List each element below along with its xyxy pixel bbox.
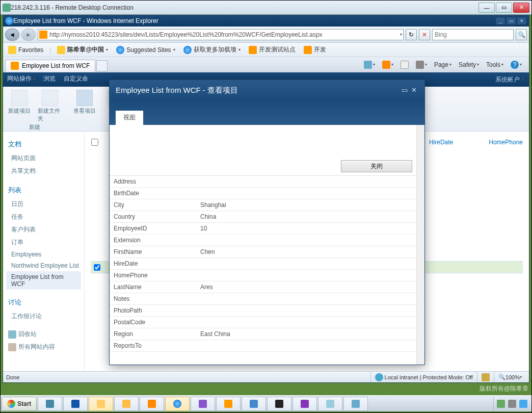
nav-disc-head[interactable]: 讨论: [8, 298, 79, 307]
taskbar-cmd[interactable]: [267, 397, 291, 411]
taskbar-vs[interactable]: [191, 397, 215, 411]
app-icon: [224, 400, 232, 408]
status-protected[interactable]: [477, 372, 494, 382]
form-field-row: ReportsTo: [110, 340, 416, 352]
zoom-control[interactable]: 🔍 100% ▾: [494, 372, 526, 382]
ie-close-button[interactable]: ✕: [517, 17, 527, 25]
tray-icon[interactable]: [508, 400, 516, 408]
nav-item[interactable]: 任务: [6, 211, 81, 223]
search-input[interactable]: [435, 31, 511, 38]
page-menu[interactable]: Page▾: [432, 60, 454, 69]
close-button[interactable]: ✕: [513, 3, 529, 13]
taskbar-item[interactable]: [63, 397, 88, 411]
forward-button[interactable]: ►: [21, 29, 36, 41]
field-label: HireDate: [114, 260, 200, 267]
nav-item[interactable]: Employees: [6, 249, 81, 260]
address-dropdown[interactable]: ▾: [400, 32, 402, 37]
fav-link-1[interactable]: Suggested Sites▾: [114, 45, 177, 55]
site-actions[interactable]: 网站操作 ▾: [7, 74, 35, 83]
rdp-titlebar[interactable]: 218.242.3.116 - Remote Desktop Connectio…: [1, 1, 531, 15]
search-box[interactable]: [432, 29, 514, 40]
ribbon-custom[interactable]: 自定义命: [64, 74, 88, 83]
taskbar-item[interactable]: [242, 397, 266, 411]
new-tab-button[interactable]: [96, 60, 108, 71]
row-checkbox[interactable]: [94, 264, 100, 271]
print-button[interactable]: ▾: [414, 60, 429, 70]
new-folder-button[interactable]: 新建文件夹: [38, 90, 62, 122]
taskbar-ie[interactable]: [165, 397, 190, 411]
taskbar-item[interactable]: [89, 397, 113, 411]
col-hiredate[interactable]: HireDate: [429, 139, 453, 146]
nav-item[interactable]: 客户列表: [6, 223, 81, 236]
nav-item[interactable]: Northwind Employee List: [6, 260, 81, 271]
all-site-content[interactable]: 所有网站内容: [6, 341, 81, 353]
maximize-button[interactable]: ▭: [496, 3, 512, 13]
taskbar-item[interactable]: [292, 397, 317, 411]
tab-label: Employee List from WCF: [22, 62, 90, 69]
browser-tab[interactable]: Employee List from WCF: [5, 60, 95, 72]
dialog-close-form-button[interactable]: 关闭: [341, 160, 412, 172]
new-item-button[interactable]: 新建项目: [7, 90, 32, 122]
address-input[interactable]: [49, 31, 400, 38]
ie-minimize-button[interactable]: _: [495, 17, 506, 25]
dialog-maximize-button[interactable]: ▭: [400, 86, 409, 94]
fav-link-3[interactable]: 开发测试站点: [247, 44, 298, 55]
safety-menu[interactable]: Safety▾: [457, 60, 481, 69]
nav-item[interactable]: 网站页面: [6, 152, 81, 165]
select-all-checkbox[interactable]: [91, 139, 99, 146]
stop-button[interactable]: ✕: [419, 29, 430, 40]
ie-icon: [173, 400, 181, 408]
field-value: Chen: [200, 248, 412, 255]
dialog-tab-view[interactable]: 视图: [116, 111, 143, 125]
nav-item-current[interactable]: Employee List from WCF: [6, 271, 81, 290]
onenote-icon: [301, 400, 309, 408]
field-label: Country: [114, 213, 200, 220]
taskbar-item[interactable]: [114, 397, 139, 411]
back-button[interactable]: ◄: [5, 29, 19, 41]
dialog-scrollbar[interactable]: [416, 125, 424, 365]
col-homephone[interactable]: HomePhone: [489, 139, 523, 146]
taskbar-item[interactable]: [38, 397, 62, 411]
ie-restore-button[interactable]: ▭: [506, 17, 516, 25]
tools-menu[interactable]: Tools▾: [484, 60, 506, 69]
minimize-button[interactable]: —: [478, 3, 495, 13]
status-zone[interactable]: Local intranet | Protected Mode: Off: [370, 372, 477, 382]
system-tray[interactable]: [493, 397, 530, 411]
feeds-button[interactable]: ▾: [380, 60, 395, 70]
taskbar-item[interactable]: [140, 397, 164, 411]
nav-item[interactable]: 共享文档: [6, 165, 81, 177]
address-bar[interactable]: ▾: [38, 29, 404, 40]
start-button[interactable]: Start: [2, 397, 37, 411]
new-item-icon: [11, 90, 28, 106]
view-item-button[interactable]: 查看项目: [72, 90, 97, 115]
tray-icon[interactable]: [497, 400, 505, 408]
search-button[interactable]: 🔍: [516, 29, 527, 40]
ie-titlebar[interactable]: Employee List from WCF - Windows Interne…: [3, 15, 529, 27]
recycle-bin[interactable]: 回收站: [6, 328, 81, 341]
account-menu[interactable]: 系统帐户▾: [495, 75, 524, 84]
refresh-button[interactable]: ↻: [406, 29, 417, 40]
fav-link-2[interactable]: 获取更多加载项▾: [181, 44, 243, 55]
fav-link-4[interactable]: 开发: [302, 44, 328, 55]
taskbar-item[interactable]: [343, 397, 368, 411]
rdp-window: 218.242.3.116 - Remote Desktop Connectio…: [0, 0, 532, 413]
nav-item[interactable]: 日历: [6, 198, 81, 211]
nav-docs-head[interactable]: 文档: [8, 140, 79, 149]
dialog-titlebar[interactable]: Employee List from WCF - 查看项目 ▭ ✕: [110, 80, 424, 100]
mail-button[interactable]: [398, 60, 411, 70]
nav-lists-head[interactable]: 列表: [8, 186, 79, 195]
nav-item[interactable]: 工作组讨论: [6, 310, 81, 323]
field-label: EmployeeID: [114, 225, 200, 232]
home-button[interactable]: ▾: [362, 60, 377, 70]
taskbar-item[interactable]: [216, 397, 241, 411]
dialog-close-button[interactable]: ✕: [409, 86, 418, 94]
field-value: East China: [200, 330, 412, 338]
tray-icon[interactable]: [519, 400, 527, 408]
taskbar-item[interactable]: [318, 397, 342, 411]
help-button[interactable]: ?▾: [509, 60, 524, 70]
nav-item[interactable]: 订单: [6, 236, 81, 249]
ribbon-browse[interactable]: 浏览: [43, 74, 56, 83]
fav-link-0[interactable]: 陈希章@中国▾: [55, 44, 110, 55]
favorites-label: Favorites: [18, 46, 43, 54]
favorites-button[interactable]: Favorites: [6, 45, 45, 55]
